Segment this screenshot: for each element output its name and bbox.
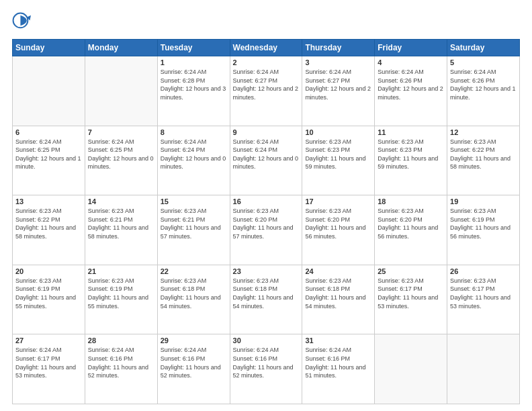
calendar-week-row: 1Sunrise: 6:24 AMSunset: 6:28 PMDaylight… [13, 56, 520, 126]
day-number: 29 [161, 336, 227, 345]
logo [12, 12, 34, 31]
day-number: 31 [305, 336, 371, 345]
calendar-cell: 19Sunrise: 6:23 AMSunset: 6:19 PMDayligh… [447, 195, 520, 265]
calendar-cell: 17Sunrise: 6:23 AMSunset: 6:20 PMDayligh… [302, 195, 375, 265]
calendar-cell: 29Sunrise: 6:24 AMSunset: 6:16 PMDayligh… [157, 334, 230, 404]
day-info: Sunrise: 6:23 AMSunset: 6:22 PMDaylight:… [450, 138, 517, 171]
calendar-cell [85, 56, 157, 126]
day-info: Sunrise: 6:24 AMSunset: 6:17 PMDaylight:… [15, 346, 82, 379]
day-info: Sunrise: 6:23 AMSunset: 6:19 PMDaylight:… [88, 277, 154, 310]
calendar-cell: 22Sunrise: 6:23 AMSunset: 6:18 PMDayligh… [157, 265, 230, 334]
calendar-table: SundayMondayTuesdayWednesdayThursdayFrid… [12, 39, 520, 404]
day-info: Sunrise: 6:24 AMSunset: 6:28 PMDaylight:… [161, 68, 227, 101]
day-info: Sunrise: 6:24 AMSunset: 6:16 PMDaylight:… [233, 346, 300, 379]
day-number: 1 [161, 58, 227, 66]
calendar-cell: 30Sunrise: 6:24 AMSunset: 6:16 PMDayligh… [230, 334, 302, 404]
day-header-saturday: Saturday [447, 40, 520, 56]
calendar-cell: 21Sunrise: 6:23 AMSunset: 6:19 PMDayligh… [85, 265, 157, 334]
day-number: 18 [378, 197, 444, 205]
calendar-cell: 18Sunrise: 6:23 AMSunset: 6:20 PMDayligh… [375, 195, 447, 265]
day-header-monday: Monday [85, 40, 157, 56]
day-number: 24 [305, 267, 371, 275]
calendar-cell: 1Sunrise: 6:24 AMSunset: 6:28 PMDaylight… [157, 56, 230, 126]
day-info: Sunrise: 6:24 AMSunset: 6:24 PMDaylight:… [233, 138, 300, 171]
day-number: 21 [88, 267, 154, 275]
day-header-tuesday: Tuesday [157, 40, 230, 56]
day-info: Sunrise: 6:23 AMSunset: 6:23 PMDaylight:… [378, 138, 444, 171]
day-number: 8 [161, 128, 227, 136]
calendar-cell: 26Sunrise: 6:23 AMSunset: 6:17 PMDayligh… [447, 265, 520, 334]
calendar-cell: 6Sunrise: 6:24 AMSunset: 6:25 PMDaylight… [13, 126, 85, 195]
day-number: 5 [450, 58, 517, 66]
day-header-thursday: Thursday [302, 40, 375, 56]
calendar-cell: 5Sunrise: 6:24 AMSunset: 6:26 PMDaylight… [447, 56, 520, 126]
day-info: Sunrise: 6:24 AMSunset: 6:26 PMDaylight:… [450, 68, 517, 101]
day-number: 6 [15, 128, 82, 136]
day-number: 9 [233, 128, 300, 136]
calendar-cell: 12Sunrise: 6:23 AMSunset: 6:22 PMDayligh… [447, 126, 520, 195]
day-info: Sunrise: 6:23 AMSunset: 6:19 PMDaylight:… [15, 277, 82, 310]
day-number: 30 [233, 336, 300, 345]
calendar-cell [447, 334, 520, 404]
day-info: Sunrise: 6:23 AMSunset: 6:22 PMDaylight:… [15, 207, 82, 240]
calendar-cell: 4Sunrise: 6:24 AMSunset: 6:26 PMDaylight… [375, 56, 447, 126]
header [12, 12, 520, 31]
calendar-cell: 10Sunrise: 6:23 AMSunset: 6:23 PMDayligh… [302, 126, 375, 195]
day-info: Sunrise: 6:23 AMSunset: 6:23 PMDaylight:… [305, 138, 371, 171]
calendar-cell: 3Sunrise: 6:24 AMSunset: 6:27 PMDaylight… [302, 56, 375, 126]
calendar-cell: 11Sunrise: 6:23 AMSunset: 6:23 PMDayligh… [375, 126, 447, 195]
calendar-cell: 31Sunrise: 6:24 AMSunset: 6:16 PMDayligh… [302, 334, 375, 404]
day-info: Sunrise: 6:23 AMSunset: 6:18 PMDaylight:… [233, 277, 300, 310]
day-info: Sunrise: 6:24 AMSunset: 6:16 PMDaylight:… [88, 346, 154, 379]
calendar-cell [13, 56, 85, 126]
day-header-friday: Friday [375, 40, 447, 56]
day-info: Sunrise: 6:24 AMSunset: 6:25 PMDaylight:… [88, 138, 154, 171]
day-info: Sunrise: 6:23 AMSunset: 6:18 PMDaylight:… [161, 277, 227, 310]
day-number: 26 [450, 267, 517, 275]
day-info: Sunrise: 6:24 AMSunset: 6:25 PMDaylight:… [15, 138, 82, 171]
day-info: Sunrise: 6:23 AMSunset: 6:17 PMDaylight:… [450, 277, 517, 310]
day-number: 16 [233, 197, 300, 205]
calendar-cell [375, 334, 447, 404]
calendar-header-row: SundayMondayTuesdayWednesdayThursdayFrid… [13, 40, 520, 56]
day-number: 12 [450, 128, 517, 136]
day-number: 27 [15, 336, 82, 345]
day-info: Sunrise: 6:23 AMSunset: 6:20 PMDaylight:… [305, 207, 371, 240]
day-info: Sunrise: 6:24 AMSunset: 6:24 PMDaylight:… [161, 138, 227, 171]
calendar-cell: 28Sunrise: 6:24 AMSunset: 6:16 PMDayligh… [85, 334, 157, 404]
calendar-cell: 7Sunrise: 6:24 AMSunset: 6:25 PMDaylight… [85, 126, 157, 195]
day-info: Sunrise: 6:24 AMSunset: 6:26 PMDaylight:… [378, 68, 444, 101]
day-number: 15 [161, 197, 227, 205]
day-number: 4 [378, 58, 444, 66]
calendar-cell: 16Sunrise: 6:23 AMSunset: 6:20 PMDayligh… [230, 195, 302, 265]
day-info: Sunrise: 6:23 AMSunset: 6:18 PMDaylight:… [305, 277, 371, 310]
day-number: 2 [233, 58, 300, 66]
day-number: 13 [15, 197, 82, 205]
day-number: 10 [305, 128, 371, 136]
day-number: 19 [450, 197, 517, 205]
day-info: Sunrise: 6:23 AMSunset: 6:17 PMDaylight:… [378, 277, 444, 310]
day-number: 7 [88, 128, 154, 136]
day-number: 22 [161, 267, 227, 275]
day-info: Sunrise: 6:23 AMSunset: 6:19 PMDaylight:… [450, 207, 517, 240]
day-info: Sunrise: 6:24 AMSunset: 6:27 PMDaylight:… [305, 68, 371, 101]
day-info: Sunrise: 6:23 AMSunset: 6:21 PMDaylight:… [161, 207, 227, 240]
day-number: 17 [305, 197, 371, 205]
day-number: 14 [88, 197, 154, 205]
calendar-week-row: 20Sunrise: 6:23 AMSunset: 6:19 PMDayligh… [13, 265, 520, 334]
day-info: Sunrise: 6:23 AMSunset: 6:20 PMDaylight:… [233, 207, 300, 240]
day-header-sunday: Sunday [13, 40, 85, 56]
day-number: 3 [305, 58, 371, 66]
calendar-cell: 8Sunrise: 6:24 AMSunset: 6:24 PMDaylight… [157, 126, 230, 195]
day-info: Sunrise: 6:24 AMSunset: 6:27 PMDaylight:… [233, 68, 300, 101]
calendar-cell: 2Sunrise: 6:24 AMSunset: 6:27 PMDaylight… [230, 56, 302, 126]
day-number: 23 [233, 267, 300, 275]
day-info: Sunrise: 6:24 AMSunset: 6:16 PMDaylight:… [305, 346, 371, 379]
calendar-cell: 25Sunrise: 6:23 AMSunset: 6:17 PMDayligh… [375, 265, 447, 334]
day-number: 25 [378, 267, 444, 275]
calendar-cell: 14Sunrise: 6:23 AMSunset: 6:21 PMDayligh… [85, 195, 157, 265]
calendar-cell: 13Sunrise: 6:23 AMSunset: 6:22 PMDayligh… [13, 195, 85, 265]
calendar-cell: 20Sunrise: 6:23 AMSunset: 6:19 PMDayligh… [13, 265, 85, 334]
calendar-cell: 23Sunrise: 6:23 AMSunset: 6:18 PMDayligh… [230, 265, 302, 334]
day-info: Sunrise: 6:23 AMSunset: 6:20 PMDaylight:… [378, 207, 444, 240]
